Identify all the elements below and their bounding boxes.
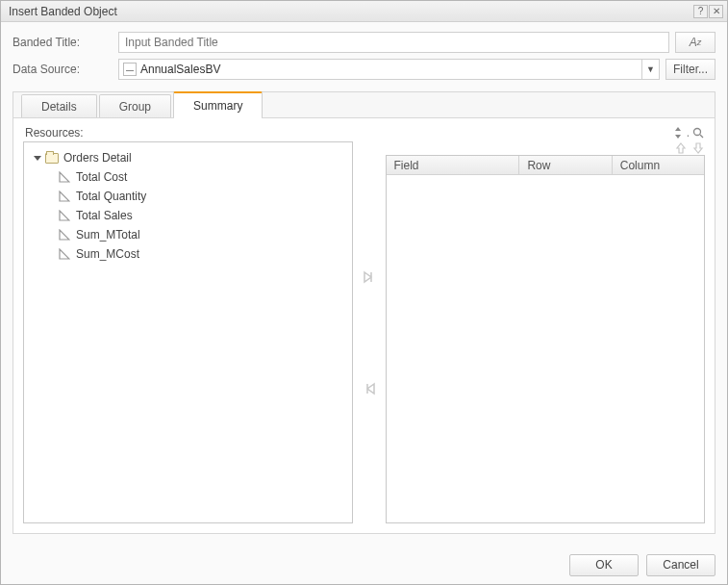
tree-item-label: Sum_MTotal xyxy=(76,228,140,242)
tab-summary[interactable]: Summary xyxy=(173,91,263,117)
folder-icon xyxy=(45,153,59,164)
close-button[interactable]: ✕ xyxy=(709,5,723,18)
tree-root-label: Orders Detail xyxy=(63,151,132,165)
sort-updown-icon[interactable] xyxy=(671,126,685,140)
measure-icon xyxy=(59,191,70,202)
column-header-field[interactable]: Field xyxy=(387,156,520,174)
svg-line-1 xyxy=(700,135,703,138)
selected-fields-column: Field Row Column xyxy=(386,141,706,523)
tab-content-summary: Resources: . Orders D xyxy=(13,117,715,533)
measure-icon xyxy=(59,171,70,183)
dialog-title: Insert Banded Object xyxy=(9,5,117,18)
tree-item-label: Sum_MCost xyxy=(76,247,139,261)
tree-item[interactable]: Total Quantity xyxy=(28,187,348,206)
separator-dot: . xyxy=(687,126,690,140)
filter-button[interactable]: Filter... xyxy=(665,59,715,80)
measure-icon xyxy=(59,248,70,260)
tree-item[interactable]: Total Sales xyxy=(28,206,348,225)
banded-title-label: Banded Title: xyxy=(13,36,118,49)
titlebar: Insert Banded Object ? ✕ xyxy=(1,1,727,22)
dialog: Insert Banded Object ? ✕ Banded Title: A… xyxy=(0,0,728,585)
tree-item[interactable]: Sum_MCost xyxy=(28,244,348,264)
panels: Orders Detail Total Cost Total Quantity xyxy=(23,141,705,523)
order-buttons xyxy=(386,141,706,155)
data-source-value: AnnualSalesBV xyxy=(140,63,641,76)
resources-label: Resources: xyxy=(25,126,84,140)
tab-details[interactable]: Details xyxy=(21,94,97,117)
grid-header: Field Row Column xyxy=(387,156,705,175)
selected-fields-grid[interactable]: Field Row Column xyxy=(386,155,706,523)
column-header-row[interactable]: Row xyxy=(519,156,612,174)
column-header-column[interactable]: Column xyxy=(613,156,704,174)
move-down-button[interactable] xyxy=(691,141,705,155)
tree-item-label: Total Cost xyxy=(76,170,127,184)
data-source-row: Data Source: AnnualSalesBV ▼ Filter... xyxy=(13,59,715,80)
tree-item[interactable]: Sum_MTotal xyxy=(28,225,348,244)
banded-title-row: Banded Title: Az xyxy=(13,32,715,53)
tree-item-label: Total Sales xyxy=(76,209,133,222)
data-source-dropdown-button[interactable]: ▼ xyxy=(641,60,659,79)
banded-title-input[interactable] xyxy=(118,32,669,53)
tabstrip: Details Group Summary xyxy=(13,91,715,117)
add-right-button[interactable] xyxy=(362,269,377,285)
font-letter-z-icon: z xyxy=(697,38,702,47)
measure-icon xyxy=(59,229,70,241)
help-button[interactable]: ? xyxy=(693,5,708,18)
tabs-area: Details Group Summary Resources: . xyxy=(13,91,715,534)
font-style-button[interactable]: Az xyxy=(675,32,715,53)
tree-item-label: Total Quantity xyxy=(76,190,146,203)
transfer-buttons xyxy=(353,141,386,523)
ok-button[interactable]: OK xyxy=(569,554,639,576)
expand-caret-icon[interactable] xyxy=(34,156,41,161)
cancel-button[interactable]: Cancel xyxy=(646,554,715,576)
dialog-footer: OK Cancel xyxy=(1,546,727,584)
tree-item[interactable]: Total Cost xyxy=(28,167,348,187)
svg-point-0 xyxy=(694,129,701,136)
data-source-label: Data Source: xyxy=(13,63,118,76)
resources-tree[interactable]: Orders Detail Total Cost Total Quantity xyxy=(23,141,353,523)
tree-root-orders-detail[interactable]: Orders Detail xyxy=(28,148,348,167)
dialog-body: Banded Title: Az Data Source: AnnualSale… xyxy=(1,22,727,546)
measure-icon xyxy=(59,210,70,221)
datasource-icon xyxy=(123,63,137,76)
tab-group[interactable]: Group xyxy=(99,94,171,117)
search-icon[interactable] xyxy=(691,126,705,140)
remove-left-button[interactable] xyxy=(362,381,377,396)
resources-header: Resources: . xyxy=(23,126,705,141)
move-up-button[interactable] xyxy=(674,141,688,155)
font-letter-a-icon: A xyxy=(690,36,697,49)
data-source-combo[interactable]: AnnualSalesBV ▼ xyxy=(118,59,660,80)
